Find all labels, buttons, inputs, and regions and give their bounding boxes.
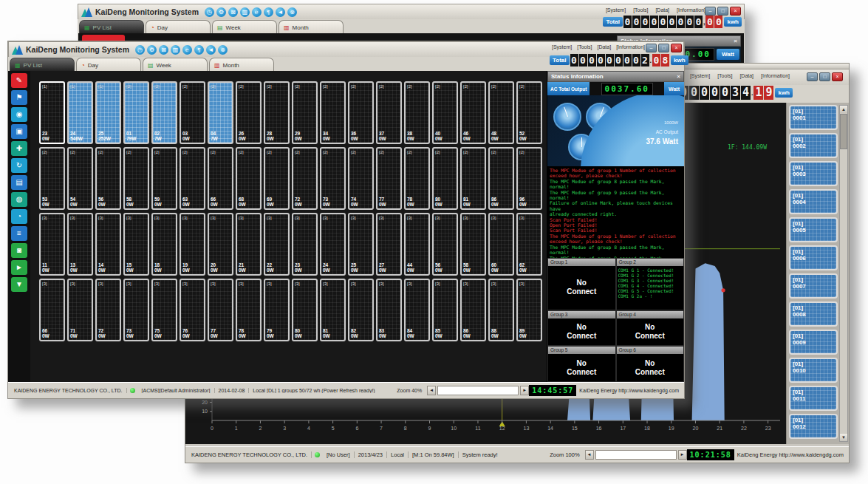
group-cell[interactable]: Group 5No Connect: [548, 347, 615, 381]
scroll-up-icon[interactable]: ▲: [840, 106, 847, 113]
close-button[interactable]: ×: [671, 44, 682, 52]
pv-tile[interactable]: [2]40 0W: [432, 81, 458, 144]
lock-icon[interactable]: ⊠: [228, 7, 238, 17]
pv-tile[interactable]: [1]23 0W: [39, 81, 65, 144]
close-icon[interactable]: ×: [677, 73, 680, 80]
pv-tile[interactable]: [3]27 0W: [376, 213, 402, 276]
menu-data[interactable]: [Data]: [739, 73, 753, 78]
zoom-slider[interactable]: [437, 386, 519, 395]
pv-tile[interactable]: [2]02 7W: [151, 81, 177, 144]
maximize-button[interactable]: □: [717, 7, 728, 16]
scrollbar[interactable]: ▲ ▼: [839, 105, 848, 442]
menu-information[interactable]: [Information]: [677, 7, 705, 13]
group-cell[interactable]: Group 2COM1 G 1 - Connected!COM1 G 2 - C…: [617, 259, 684, 310]
pv-tile[interactable]: [3]14 0W: [95, 213, 121, 276]
pv-tile[interactable]: [3]24 0W: [320, 213, 346, 276]
device-tile[interactable]: [01]0009: [789, 330, 838, 355]
tab-day[interactable]: ◔Day: [146, 20, 211, 34]
layout-icon[interactable]: ▥: [240, 7, 250, 17]
pv-tile[interactable]: [2]03 0W: [180, 81, 205, 144]
pv-tile[interactable]: [2]80 0W: [432, 147, 458, 210]
camera-icon[interactable]: ◙: [11, 243, 27, 258]
pv-tile[interactable]: [3]71 0W: [67, 279, 93, 341]
pv-tile[interactable]: [3]44 0W: [404, 213, 430, 276]
device-tile[interactable]: [01]0011: [789, 386, 838, 411]
pv-tile[interactable]: [3]83 0W: [376, 279, 402, 341]
pv-tile[interactable]: [2]36 0W: [348, 81, 374, 144]
settings-icon[interactable]: ⚙: [147, 45, 157, 55]
back-icon[interactable]: ◄: [276, 7, 285, 17]
menu-data[interactable]: [Data]: [597, 44, 611, 50]
zoom-in-button[interactable]: ►: [678, 450, 687, 460]
device-tile[interactable]: [01]0012: [789, 414, 838, 439]
menu-tools[interactable]: [Tools]: [633, 7, 648, 13]
menu-information[interactable]: [Information]: [616, 44, 645, 50]
menu-system[interactable]: [System]: [552, 44, 572, 50]
device-tile[interactable]: [01]0006: [789, 245, 838, 270]
scroll-down-icon[interactable]: ▼: [840, 434, 847, 441]
menu-system[interactable]: [System]: [606, 7, 626, 13]
pv-tile[interactable]: [3]22 0W: [264, 213, 290, 276]
zoom-in-button[interactable]: ►: [520, 386, 529, 395]
watt-unit-button[interactable]: Watt: [664, 82, 684, 95]
pv-tile[interactable]: [3]77 0W: [208, 279, 233, 341]
pv-tile[interactable]: [2]37 0W: [376, 81, 402, 144]
pv-tile[interactable]: [3]84 0W: [404, 279, 430, 341]
pv-tile[interactable]: [2]53 0W: [39, 147, 65, 210]
refresh-icon[interactable]: ↻: [11, 158, 27, 173]
save-icon[interactable]: ▼: [11, 277, 27, 292]
pv-tile[interactable]: [3]19 0W: [180, 213, 205, 276]
close-icon[interactable]: ×: [734, 38, 737, 44]
pv-tile[interactable]: [2]72 0W: [292, 147, 318, 210]
power-icon[interactable]: ◉: [11, 107, 27, 122]
pen-icon[interactable]: ✎: [11, 73, 27, 88]
menu-tools[interactable]: [Tools]: [717, 73, 732, 78]
menu-system[interactable]: [System]: [690, 73, 710, 78]
pv-tile[interactable]: [3]73 0W: [123, 279, 149, 341]
pv-tile[interactable]: [3]72 0W: [95, 279, 121, 341]
flag-icon[interactable]: ⚑: [11, 90, 27, 105]
pv-tile[interactable]: [2]56 0W: [95, 147, 121, 210]
watt-unit-button[interactable]: Watt: [717, 49, 739, 60]
pv-tile[interactable]: [2]69 0W: [264, 147, 290, 210]
pv-tile[interactable]: [3]25 0W: [348, 213, 374, 276]
device-tile[interactable]: [01]0001: [789, 105, 838, 130]
pv-tile[interactable]: [3]18 0W: [151, 213, 177, 276]
clock-icon[interactable]: ◷: [135, 45, 145, 55]
tab-month[interactable]: ▥Month: [209, 58, 274, 72]
monitor-icon[interactable]: ▣: [11, 124, 27, 139]
pv-tile[interactable]: [3]86 0W: [460, 279, 486, 341]
group-cell[interactable]: Group 6No Connect: [617, 347, 684, 381]
pv-tile[interactable]: [2]58 0W: [123, 147, 149, 210]
menu-information[interactable]: [Information]: [761, 73, 790, 78]
vendor-link[interactable]: KaiDeng Energy http://www.kaidengdg.com: [734, 451, 847, 458]
minimize-button[interactable]: –: [705, 7, 716, 16]
tab-pv-list[interactable]: ▦PV List: [79, 20, 144, 34]
maximize-button[interactable]: □: [819, 72, 830, 81]
device-tile[interactable]: [01]0007: [789, 273, 838, 299]
book-icon[interactable]: ▤: [11, 175, 27, 190]
pv-tile[interactable]: [3]88 0W: [488, 279, 514, 341]
pv-tile[interactable]: [2]28 0W: [264, 81, 290, 144]
zoom-out-button[interactable]: ◄: [585, 450, 594, 460]
device-tile[interactable]: [01]0003: [789, 161, 838, 186]
pv-tile[interactable]: [3]79 0W: [264, 279, 290, 341]
globe-icon[interactable]: ◍: [11, 192, 27, 207]
pv-tile[interactable]: [2]66 0W: [208, 147, 233, 210]
menu-data[interactable]: [Data]: [655, 7, 669, 13]
pv-tile[interactable]: [3]80 0W: [292, 279, 318, 341]
tab-pv-list[interactable]: ▦PV List: [10, 58, 75, 72]
pv-tile[interactable]: [3]20 0W: [208, 213, 233, 276]
pv-tile[interactable]: [2]86 0W: [488, 147, 514, 210]
tab-day[interactable]: ◔Day: [76, 58, 141, 72]
close-button[interactable]: ×: [832, 72, 843, 81]
video-icon[interactable]: ►: [11, 260, 27, 275]
vendor-link[interactable]: KaiDeng Energy http://www.kaidengdg.com: [576, 388, 682, 393]
pv-tile[interactable]: [3]82 0W: [348, 279, 374, 341]
pv-tile[interactable]: [3]23 0W: [292, 213, 318, 276]
pv-tile[interactable]: [2]73 0W: [320, 147, 346, 210]
pv-tile[interactable]: [3]58 0W: [460, 213, 486, 276]
layers-icon[interactable]: ≡: [11, 226, 27, 241]
pv-tile[interactable]: [3]11 0W: [39, 213, 65, 276]
pv-tile[interactable]: [2]01 79W: [123, 81, 149, 144]
